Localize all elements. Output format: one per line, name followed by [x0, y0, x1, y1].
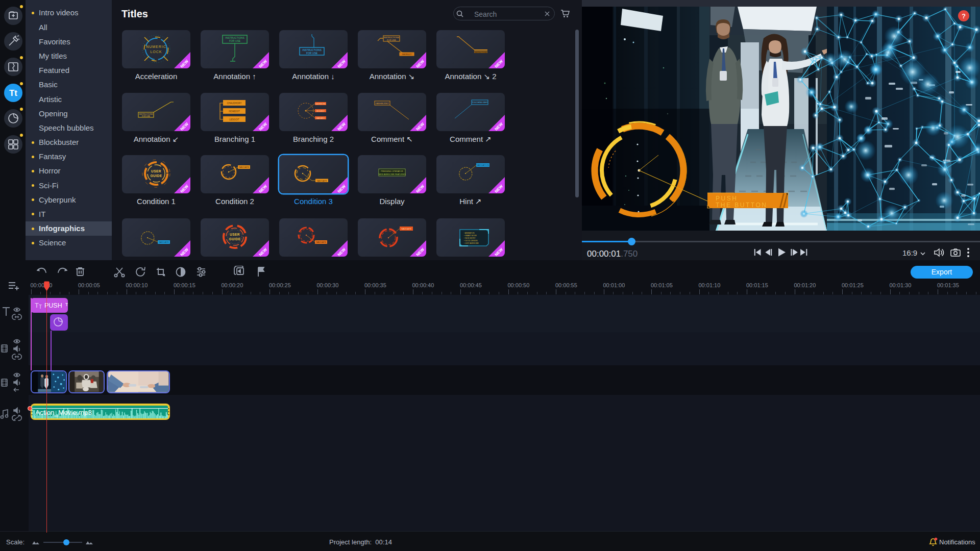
svg-text:THE BUTTON: THE BUTTON [716, 202, 767, 209]
svg-text:• NICE ENTRY: • NICE ENTRY [464, 237, 476, 239]
svg-text:NAVIGATE: NAVIGATE [317, 180, 327, 182]
svg-text:INSTRUCTIONS: INSTRUCTIONS [475, 52, 487, 54]
svg-text:FOR USE: FOR USE [229, 39, 241, 42]
svg-text:• SMART MOVE: • SMART MOVE [464, 235, 477, 237]
svg-text:FOR USE: FOR USE [306, 52, 318, 55]
svg-text:T: T [39, 304, 42, 310]
svg-text:T: T [35, 302, 39, 309]
svg-text:• ANIMATION: • ANIMATION [464, 232, 475, 234]
svg-text:USER: USER [230, 233, 240, 236]
svg-text:PUSH: PUSH [716, 195, 738, 202]
svg-text:NEW AWESOME FEATURES: NEW AWESOME FEATURES [378, 173, 405, 176]
svg-text:GUIDE: GUIDE [229, 237, 240, 241]
svg-text:KASHMORE: KASHMORE [315, 103, 326, 105]
svg-text:USER: USER [151, 169, 161, 173]
svg-text:CHAUDHORY: CHAUDHORY [227, 102, 242, 105]
svg-text:NAVIGATION: NAVIGATION [477, 164, 489, 166]
svg-text:• GOOD DESIGN: • GOOD DESIGN [464, 240, 478, 242]
svg-text:NUMERIC: NUMERIC [146, 45, 166, 48]
svg-text:Tt: Tt [9, 88, 17, 98]
svg-text:FOR USE: FOR USE [387, 39, 396, 41]
svg-text:HOWDOIT: HOWDOIT [229, 110, 240, 113]
svg-text:FOR USE: FOR USE [142, 115, 151, 117]
svg-text:PRESSING OPERATOR: PRESSING OPERATOR [381, 170, 403, 172]
svg-text:INSTRUCT: INSTRUCT [402, 54, 412, 56]
svg-text:GUIDE: GUIDE [150, 174, 162, 178]
svg-text:T: T [65, 302, 68, 307]
svg-text:TOUCHING WHY: TOUCHING WHY [472, 101, 488, 104]
svg-text:BIGGEST: BIGGEST [316, 110, 325, 112]
svg-text:LOCK: LOCK [150, 50, 162, 54]
svg-text:KASHMOREIT: KASHMOREIT [376, 102, 389, 105]
svg-text:NAVIGATE: NAVIGATE [239, 166, 249, 168]
svg-text:NAVIGATE: NAVIGATE [159, 241, 169, 243]
svg-text:NAVIGATE: NAVIGATE [316, 241, 326, 243]
svg-text:HABSBRO: HABSBRO [316, 117, 325, 119]
svg-text:• JUST AWESOME: • JUST AWESOME [464, 242, 479, 244]
svg-text:NAVIGATE: NAVIGATE [401, 228, 411, 230]
svg-text:?: ? [962, 12, 966, 20]
svg-text:LESGOIT: LESGOIT [229, 118, 239, 121]
